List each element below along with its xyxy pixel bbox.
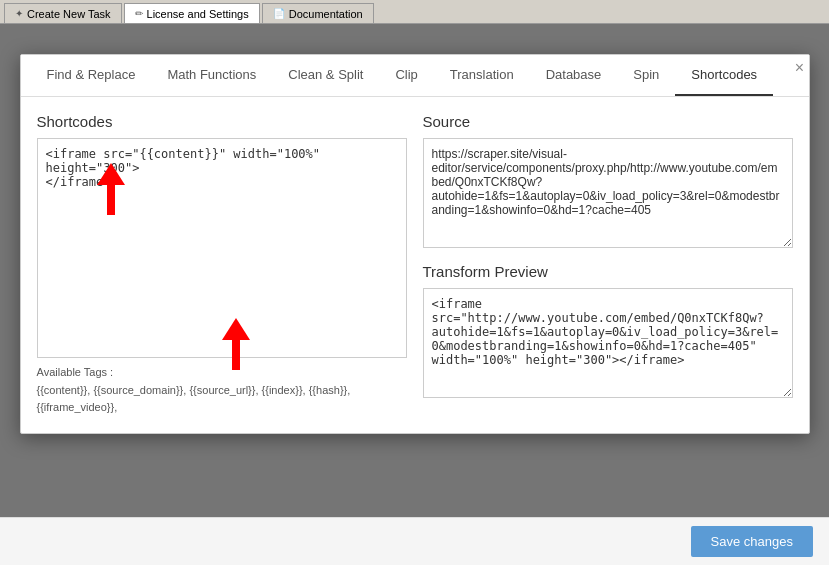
top-bar: ✦ Create New Task ✏ License and Settings… (0, 0, 829, 24)
shortcode-input[interactable] (37, 138, 407, 358)
modal-body: Shortcodes Available Tags : {{content}},… (21, 97, 809, 433)
modal-close-button[interactable]: × (795, 59, 804, 77)
available-tags-values: {{content}}, {{source_domain}}, {{source… (37, 384, 351, 414)
tab-find-replace[interactable]: Find & Replace (31, 55, 152, 96)
doc-icon: 📄 (273, 8, 285, 19)
tab-documentation[interactable]: 📄 Documentation (262, 3, 374, 23)
preview-section: Transform Preview (423, 263, 793, 401)
modal: × Find & Replace Math Functions Clean & … (20, 54, 810, 434)
available-tags-section: Available Tags : {{content}}, {{source_d… (37, 364, 407, 417)
tab-spin[interactable]: Spin (617, 55, 675, 96)
source-input[interactable] (423, 138, 793, 248)
create-task-icon: ✦ (15, 8, 23, 19)
inner-tab-bar: Find & Replace Math Functions Clean & Sp… (21, 55, 809, 97)
tab-license-label: License and Settings (147, 8, 249, 20)
tab-math-functions[interactable]: Math Functions (151, 55, 272, 96)
preview-output[interactable] (423, 288, 793, 398)
tab-clip[interactable]: Clip (379, 55, 433, 96)
source-title: Source (423, 113, 793, 130)
source-section: Source (423, 113, 793, 251)
tab-clean-split[interactable]: Clean & Split (272, 55, 379, 96)
save-changes-button[interactable]: Save changes (691, 526, 813, 557)
tab-shortcodes[interactable]: Shortcodes (675, 55, 773, 96)
tab-database[interactable]: Database (530, 55, 618, 96)
tab-translation[interactable]: Translation (434, 55, 530, 96)
preview-title: Transform Preview (423, 263, 793, 280)
tab-create-new-task[interactable]: ✦ Create New Task (4, 3, 122, 23)
modal-overlay: × Find & Replace Math Functions Clean & … (0, 24, 829, 565)
shortcodes-title: Shortcodes (37, 113, 407, 130)
license-icon: ✏ (135, 8, 143, 19)
right-panel: Source Transform Preview (423, 113, 793, 417)
available-tags-label: Available Tags : (37, 366, 114, 378)
tab-license-settings[interactable]: ✏ License and Settings (124, 3, 260, 23)
left-panel: Shortcodes Available Tags : {{content}},… (37, 113, 407, 417)
tab-create-label: Create New Task (27, 8, 111, 20)
tab-doc-label: Documentation (289, 8, 363, 20)
modal-footer: Save changes (0, 517, 829, 565)
